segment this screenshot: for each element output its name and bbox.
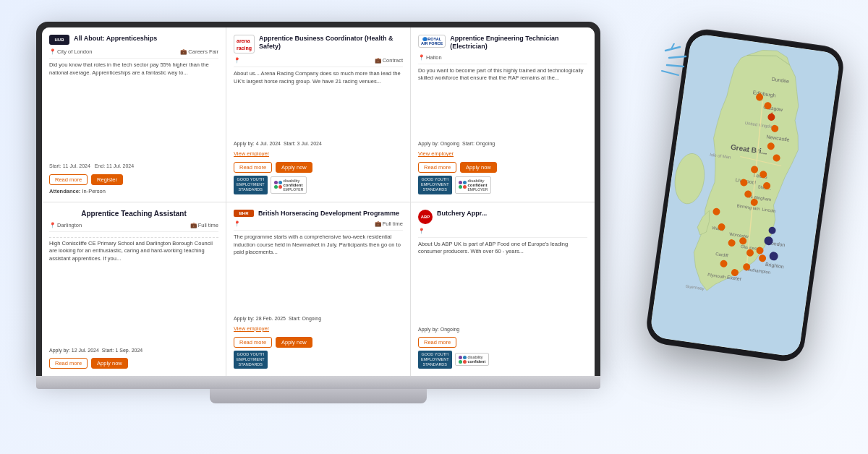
laptop-screen-bezel: HUB All About: Apprenticeships 📍 City of… xyxy=(36,22,600,376)
pin-icon-4: 📍 xyxy=(49,222,56,228)
card-desc-5: The programme starts with a comprehensiv… xyxy=(234,234,403,315)
pin-icon-6: 📍 xyxy=(418,228,425,234)
scene: HUB All About: Apprenticeships 📍 City of… xyxy=(0,0,868,454)
card-title-6: Butchery Appr... xyxy=(437,210,587,218)
card-title-3: Apprentice Engineering Technician (Elect… xyxy=(450,35,587,51)
apply-date-3: Apply by: Ongoing Start: Ongoing xyxy=(418,141,587,146)
location-3: 📍 Halton xyxy=(418,54,442,61)
card-header-2: arenaracing Apprentice Business Coordina… xyxy=(234,35,403,53)
type-2: 💼 Contract xyxy=(375,57,403,64)
disability-badge-3: disabilityconfidentEMPLOYER xyxy=(455,176,492,194)
job-card-4: Apprentice Teaching Assistant 📍 Darlingt… xyxy=(42,202,226,377)
view-employer-5[interactable]: View employer xyxy=(234,325,403,332)
job-card-2: arenaracing Apprentice Business Coordina… xyxy=(226,27,410,202)
good-youth-badge-2: GOOD YOUTHEMPLOYMENTSTANDARDS xyxy=(234,176,268,194)
disability-badge-2: disabilityconfidentEMPLOYER xyxy=(271,176,307,194)
view-employer-3[interactable]: View employer xyxy=(418,150,587,157)
type-5: 💼 Full time xyxy=(375,220,403,227)
apply-date-5: Apply by: 28 Feb. 2025 Start: Ongoing xyxy=(234,316,403,321)
laptop-device: HUB All About: Apprenticeships 📍 City of… xyxy=(36,22,600,427)
bhr-logo: BHR xyxy=(234,210,254,217)
arc-logo: arenaracing xyxy=(234,35,255,53)
job-card-1: HUB All About: Apprenticeships 📍 City of… xyxy=(42,27,226,202)
job-card-5: BHR British Horseracing Development Prog… xyxy=(226,202,410,377)
good-youth-badge-6: GOOD YOUTHEMPLOYMENTSTANDARDS xyxy=(418,351,452,369)
location-4: 📍 Darlington xyxy=(49,222,82,228)
card-actions-5: Read more Apply now xyxy=(234,337,403,348)
apply-date-6: Apply by: Ongoing xyxy=(418,327,587,332)
abp-logo: ABP xyxy=(418,210,433,224)
disability-badge-6: disabilityconfident xyxy=(455,353,490,366)
job-card-6: ABP Butchery Appr... 📍 About Us ABP UK i… xyxy=(411,202,595,377)
laptop-base xyxy=(36,376,600,389)
card-header-6: ABP Butchery Appr... xyxy=(418,210,587,224)
card-title-2: Apprentice Business Coordinator (Health … xyxy=(259,35,403,51)
card-actions-6: Read more xyxy=(418,337,587,348)
pin-icon-2: 📍 xyxy=(234,57,240,64)
card-header-1: HUB All About: Apprenticeships xyxy=(49,35,218,45)
card-dates-1: Start: 11 Jul. 2024 End: 11 Jul. 2024 xyxy=(49,163,218,168)
card-title-5: British Horseracing Development Programm… xyxy=(258,210,403,218)
card-desc-3: Do you want to become part of this highl… xyxy=(418,67,587,141)
view-employer-2[interactable]: View employer xyxy=(234,150,403,157)
good-youth-badge-5: GOOD YOUTHEMPLOYMENTSTANDARDS xyxy=(234,351,268,369)
read-more-btn-4[interactable]: Read more xyxy=(49,358,88,369)
apply-btn-4[interactable]: Apply now xyxy=(91,358,128,369)
bag-icon-5: 💼 xyxy=(375,220,381,227)
svg-line-1 xyxy=(669,56,686,58)
read-more-btn-3[interactable]: Read more xyxy=(418,162,456,173)
good-youth-badge-3: GOOD YOUTHEMPLOYMENTSTANDARDS xyxy=(418,176,452,194)
card-desc-4: High Coniscliffe CE Primary School and D… xyxy=(49,240,218,348)
attendance-1: Attendance: In-Person xyxy=(49,188,218,194)
raf-logo: 🔵ROYALAIR FORCE xyxy=(418,35,446,48)
card-title-1: All About: Apprenticeships xyxy=(74,35,218,43)
location-1: 📍 City of London xyxy=(49,48,92,55)
pin-icon-5: 📍 xyxy=(234,220,240,227)
badges-5: GOOD YOUTHEMPLOYMENTSTANDARDS xyxy=(234,351,403,369)
bag-icon-2: 💼 xyxy=(375,57,381,64)
apply-btn-5[interactable]: Apply now xyxy=(276,337,312,348)
apply-btn-3[interactable]: Apply now xyxy=(460,162,497,173)
card-actions-2: Read more Apply now xyxy=(234,162,403,173)
card-meta-6: 📍 xyxy=(418,228,587,238)
card-meta-1: 📍 City of London 💼 Careers Fair xyxy=(49,48,218,59)
card-actions-1: Read more Register xyxy=(49,174,218,185)
bag-icon-1: 💼 xyxy=(180,48,187,55)
card-title-4: Apprentice Teaching Assistant xyxy=(49,210,218,218)
location-2: 📍 xyxy=(234,57,240,64)
card-meta-2: 📍 💼 Contract xyxy=(234,57,403,67)
card-actions-4: Read more Apply now xyxy=(49,358,218,369)
card-meta-5: 📍 💼 Full time xyxy=(234,220,403,231)
apply-date-2: Apply by: 4 Jul. 2024 Start: 3 Jul. 2024 xyxy=(234,141,403,146)
read-more-btn-5[interactable]: Read more xyxy=(234,337,272,348)
type-1: 💼 Careers Fair xyxy=(180,48,218,55)
apply-btn-2[interactable]: Apply now xyxy=(276,162,312,173)
card-desc-6: About Us ABP UK is part of ABP Food one … xyxy=(418,241,587,327)
card-actions-3: Read more Apply now xyxy=(418,162,587,173)
card-desc-1: Did you know that roles in the tech sect… xyxy=(49,61,218,160)
job-card-3: 🔵ROYALAIR FORCE Apprentice Engineering T… xyxy=(411,27,595,202)
bag-icon-4: 💼 xyxy=(190,222,197,228)
card-header-4: Apprentice Teaching Assistant xyxy=(49,210,218,218)
card-desc-2: About us... Arena Racing Company does so… xyxy=(234,70,403,141)
apply-date-4: Apply by: 12 Jul. 2024 Start: 1 Sep. 202… xyxy=(49,348,218,353)
card-header-3: 🔵ROYALAIR FORCE Apprentice Engineering T… xyxy=(418,35,587,51)
location-6: 📍 xyxy=(418,228,425,234)
type-4: 💼 Full time xyxy=(190,222,218,228)
hub-logo: HUB xyxy=(49,35,69,45)
badges-2: GOOD YOUTHEMPLOYMENTSTANDARDS disability… xyxy=(234,176,403,194)
laptop-stand xyxy=(210,389,427,403)
register-btn-1[interactable]: Register xyxy=(91,174,123,185)
card-meta-4: 📍 Darlington 💼 Full time xyxy=(49,222,218,232)
read-more-btn-6[interactable]: Read more xyxy=(418,337,456,348)
read-more-btn-2[interactable]: Read more xyxy=(234,162,272,173)
svg-line-2 xyxy=(667,65,684,67)
location-5: 📍 xyxy=(234,220,240,227)
svg-line-3 xyxy=(662,71,678,75)
badges-3: GOOD YOUTHEMPLOYMENTSTANDARDS disability… xyxy=(418,176,587,194)
read-more-btn-1[interactable]: Read more xyxy=(49,174,88,185)
badges-6: GOOD YOUTHEMPLOYMENTSTANDARDS disability… xyxy=(418,351,587,369)
card-meta-3: 📍 Halton xyxy=(418,54,587,64)
card-header-5: BHR British Horseracing Development Prog… xyxy=(234,210,403,218)
laptop-screen-content: HUB All About: Apprenticeships 📍 City of… xyxy=(42,27,595,376)
